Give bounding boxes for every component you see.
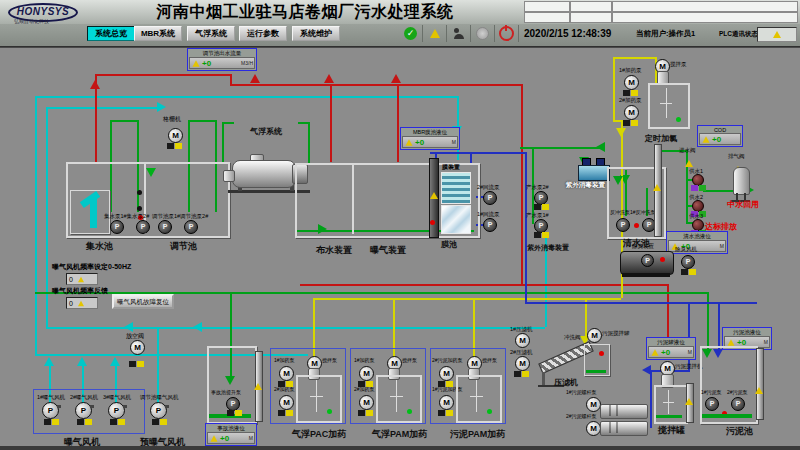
stirrer xyxy=(663,402,674,403)
flow-arrow xyxy=(77,357,87,366)
mixer-pump-label: 搅拌泵 xyxy=(670,61,687,67)
motor-icon[interactable]: M xyxy=(168,128,183,143)
status-dot xyxy=(676,117,681,122)
dosing-pump2-label: 2#加药泵 xyxy=(354,387,375,393)
pipe xyxy=(308,122,310,163)
tab-mbr-system[interactable]: MBR系统 xyxy=(134,26,182,41)
gauge-label: MBR膜池液位 xyxy=(402,129,458,136)
motor-icon[interactable]: M xyxy=(279,395,294,410)
blower-icon[interactable]: P xyxy=(42,402,59,419)
status-tags xyxy=(623,90,638,96)
motor-icon[interactable]: M xyxy=(586,421,601,436)
stirrer xyxy=(470,396,483,397)
motor-icon[interactable]: M xyxy=(515,356,530,371)
filter-press1-label: 1#压滤机 xyxy=(510,326,533,332)
tab-run-params[interactable]: 运行参数 xyxy=(239,26,287,41)
warning-icon xyxy=(685,398,693,405)
pump-icon[interactable]: P xyxy=(534,191,548,205)
pump-icon[interactable]: P xyxy=(136,220,150,234)
status-tags xyxy=(438,410,453,416)
freq-feedback-input[interactable]: 0 xyxy=(66,297,98,309)
pipe xyxy=(157,327,159,404)
freq-feedback-label: 曝气风机频率反馈 xyxy=(52,287,108,295)
pump-icon[interactable]: P xyxy=(534,219,548,233)
motor-icon[interactable]: M xyxy=(359,395,374,410)
motor-icon[interactable]: M xyxy=(515,333,530,348)
header-status-cell xyxy=(612,12,798,23)
gauge-label: 污泥池液位 xyxy=(724,329,770,336)
pump-icon[interactable]: P xyxy=(483,191,497,205)
membrane-module[interactable] xyxy=(441,205,471,234)
pump-icon[interactable]: P xyxy=(483,218,497,232)
pump-icon[interactable]: P xyxy=(184,220,198,234)
header-status-cell xyxy=(524,12,570,23)
tab-system-overview[interactable]: 系统总览 xyxy=(87,26,135,41)
status-tags xyxy=(358,410,373,416)
fan-fault-reset-button[interactable]: 曝气风机故障复位 xyxy=(112,294,174,309)
warning-icon xyxy=(773,31,781,38)
pump-icon[interactable]: P xyxy=(731,397,745,411)
mixer-pump-label: 搅拌泵 xyxy=(482,358,497,364)
pump-icon[interactable]: P xyxy=(705,397,719,411)
sludge-tank-level-gauge: 污泥罐液位 +0M xyxy=(646,337,696,360)
pipe xyxy=(230,84,521,86)
tank-divider xyxy=(352,163,354,234)
motor-icon[interactable]: M xyxy=(587,328,602,343)
pump-icon[interactable]: P xyxy=(226,397,240,411)
status-tags xyxy=(534,232,549,238)
status-dot xyxy=(327,409,332,414)
pipe xyxy=(525,302,757,304)
pump-icon[interactable]: P xyxy=(616,218,630,232)
user-login-button[interactable] xyxy=(447,25,471,42)
header-status-cell xyxy=(570,1,612,12)
blower2-label: 2#曝气风机 xyxy=(70,394,98,400)
motor-icon[interactable]: M xyxy=(586,397,601,412)
gauge-value: +0 xyxy=(712,135,721,144)
blower1-label: 1#曝气风机 xyxy=(37,394,65,400)
warning-icon xyxy=(78,276,84,281)
indicator-dot xyxy=(137,190,142,195)
motor-icon[interactable]: M xyxy=(439,366,454,381)
datetime-display: 2020/2/15 12:48:39 xyxy=(524,28,611,39)
motor-icon[interactable]: M xyxy=(130,340,145,355)
inlet-valve-label: 进水阀 xyxy=(679,147,696,153)
pipe xyxy=(313,298,621,300)
blower-icon[interactable]: P xyxy=(150,402,167,419)
motor-icon[interactable]: M xyxy=(439,395,454,410)
alarm-button[interactable] xyxy=(423,25,447,42)
pump-icon[interactable]: P xyxy=(158,220,172,234)
refresh-button[interactable] xyxy=(471,25,495,42)
tab-maintenance[interactable]: 系统维护 xyxy=(292,26,340,41)
gauge-unit: M xyxy=(764,339,768,345)
header-status-cell xyxy=(612,1,798,12)
pump-icon: P xyxy=(641,254,654,267)
ok-status-button[interactable]: ✓ xyxy=(399,25,423,42)
membrane-module[interactable] xyxy=(441,172,471,204)
freq-set-label: 曝气风机频率设定0-50HZ xyxy=(52,263,131,271)
flow-arrow xyxy=(110,357,120,366)
uv-disinfection-unit[interactable] xyxy=(578,165,610,181)
status-tags xyxy=(681,269,696,275)
current-user-display: 当前用户:操作员1 xyxy=(636,29,695,39)
gauge-unit: M xyxy=(452,139,456,145)
blower-icon[interactable]: P xyxy=(108,402,125,419)
exit-button[interactable] xyxy=(495,25,519,42)
chlorine-tank xyxy=(648,83,690,129)
motor-icon[interactable]: M xyxy=(359,366,374,381)
scada-screen: HONYSYS 弘顺自动化科技 河南中烟工业驻马店卷烟厂污水处理系统 系统总览 … xyxy=(0,0,800,450)
deodorizer-label: 除臭装置 xyxy=(632,243,654,249)
tab-daf-system[interactable]: 气浮系统 xyxy=(187,26,235,41)
daf-vessel[interactable] xyxy=(232,160,296,188)
mixer-pump-label: 搅拌泵 xyxy=(402,358,417,364)
blower-icon[interactable]: P xyxy=(75,402,92,419)
sludge-pool xyxy=(700,346,758,424)
sludge-mix-tank-label: 污泥搅拌罐 xyxy=(602,330,630,336)
freq-set-input[interactable]: 0 xyxy=(66,273,98,285)
motor-icon[interactable]: M xyxy=(624,105,639,120)
product-pump2-label: 产水泵2# xyxy=(526,184,549,190)
pump-icon[interactable]: P xyxy=(110,220,124,234)
cod-gauge: COD +0 xyxy=(697,125,743,147)
pump-icon[interactable]: P xyxy=(681,255,695,269)
motor-icon[interactable]: M xyxy=(624,75,639,90)
motor-icon[interactable]: M xyxy=(279,366,294,381)
